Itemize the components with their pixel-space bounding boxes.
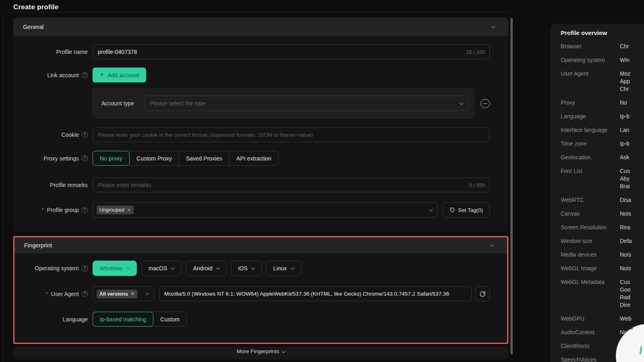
proxy-mode-tabs: No proxyCustom ProxySaved ProxiesAPI ext… [93,151,279,166]
chevron-down-icon [460,101,464,105]
close-icon[interactable]: ✕ [131,292,134,296]
overview-row-value: Nois [620,210,644,218]
page-title: Create profile [13,3,58,11]
profile-name-input[interactable] [93,44,490,59]
fingerprint-section-header[interactable]: Fingerprint [14,237,507,253]
more-fingerprints-bar[interactable]: More Fingerprints [13,347,508,360]
os-button-linux[interactable]: Linux [266,261,301,276]
scrollbar-track[interactable] [510,16,514,358]
overview-row: WebGL MetadataCus Goo Rad Dire [561,278,644,309]
help-icon[interactable]: ? [82,265,88,272]
general-section-header[interactable]: General [13,18,508,36]
overview-row-value: Win [620,56,644,64]
profile-remarks-label: Profile remarks [12,182,88,188]
option-label: Windows [100,265,123,272]
set-tag-button[interactable]: Set Tag(0) [443,202,490,218]
add-account-button[interactable]: + Add account [93,68,146,82]
overview-row: WebGL ImageNois [561,265,644,272]
chevron-down-icon [429,207,433,211]
overview-row-value: Ask [620,154,644,161]
overview-row-value: No [620,99,644,107]
overview-row-value: Chr [620,43,644,50]
os-button-ios[interactable]: iOS [231,261,262,276]
overview-row: WebRTCDisa [561,196,644,204]
proxy-tab-custom-proxy[interactable]: Custom Proxy [129,151,179,165]
chevron-down-icon [281,350,285,354]
profile-remarks-row: Profile remarks 0 / 500 [12,178,496,192]
os-button-windows[interactable]: Windows [93,261,137,276]
ua-versions-chip[interactable]: All versions ✕ [97,290,137,298]
language-mode-tabs: Ip-based matchingCustom [93,312,187,327]
overview-row-value: Ip-b [620,140,644,148]
overview-row-value: Nois [620,251,644,259]
chevron-down-icon[interactable] [490,243,494,247]
option-label: Android [193,265,212,272]
overview-row-value: Nois [620,265,644,272]
overview-row-value: Web [620,315,644,323]
cookie-label: Cookie ? [12,132,88,138]
user-agent-input[interactable] [159,286,472,301]
chevron-down-icon [251,265,255,269]
chat-widget-glyph: c [630,325,633,331]
overview-row-label: WebGPU [561,315,620,323]
overview-row-label: WebGL Image [561,265,620,272]
overview-row: Media devicesNois [561,251,644,259]
close-icon[interactable]: ✕ [127,208,131,212]
overview-row: CanvasNois [561,210,644,218]
overview-row-label: WebRTC [561,196,620,204]
proxy-settings-label: Proxy settings ? [12,155,88,162]
profile-group-tag-chip[interactable]: Ungrouped ✕ [97,206,134,214]
help-icon[interactable]: ? [82,72,88,78]
help-icon[interactable]: ? [82,207,88,213]
profile-name-counter: 15 / 100 [466,49,485,55]
refresh-icon [479,291,486,297]
profile-overview-title: Profile overview [561,29,644,36]
cookie-input[interactable] [93,128,490,142]
link-account-row: Link account ? + Add account [12,68,496,82]
proxy-tab-no-proxy[interactable]: No proxy [93,151,130,166]
refresh-user-agent-button[interactable] [475,286,490,301]
overview-row: User AgentMoz App Chr [561,70,644,93]
proxy-tab-saved-proxies[interactable]: Saved Proxies [179,151,229,165]
overview-row-label: User Agent [561,70,620,93]
language-label: Language [12,316,88,323]
chevron-down-icon [290,265,294,269]
general-section-title: General [23,24,44,30]
overview-row: Time zoneIp-b [561,140,644,148]
remove-account-button[interactable] [481,99,490,108]
overview-row-value: Moz App Chr [620,70,644,93]
ua-versions-select[interactable]: All versions ✕ [93,286,154,301]
overview-row: LanguageIp-b [561,113,644,120]
profile-group-select[interactable]: Ungrouped ✕ [93,202,438,218]
language-tab-custom[interactable]: Custom [153,312,186,326]
overview-row-label: Operating system [561,56,620,64]
overview-row-label: Geolocation [561,154,620,161]
overview-row-label: Canvas [561,210,620,218]
overview-row-value: Cus Goo Rad Dire [620,278,644,309]
required-asterisk: * [41,207,43,213]
chevron-down-icon [126,265,130,269]
plus-icon: + [100,71,104,78]
chevron-down-icon [216,265,220,269]
help-icon[interactable]: ? [82,291,88,297]
language-tab-ip-based-matching[interactable]: Ip-based matching [93,312,153,327]
minus-icon [483,103,487,104]
proxy-tab-api-extraction[interactable]: API extraction [229,151,278,165]
tag-icon [450,207,455,213]
help-icon[interactable]: ? [82,155,88,161]
user-agent-label: * User Agent ? [12,291,88,297]
scrollbar-thumb[interactable] [510,18,513,354]
overview-row-value: Disa [620,196,644,204]
os-button-macos[interactable]: macOS [141,261,182,276]
profile-remarks-input[interactable] [93,178,490,192]
option-label: Linux [273,265,287,272]
overview-row-value: Defa [620,237,644,245]
chevron-down-icon[interactable] [491,24,495,28]
account-type-select[interactable]: Please select the type [144,96,469,111]
overview-row-label: WebGL Metadata [561,278,620,309]
os-button-android[interactable]: Android [186,261,226,276]
fingerprint-section-title: Fingerprint [24,242,52,249]
account-type-label: Account type [101,100,138,107]
proxy-settings-row: Proxy settings ? No proxyCustom ProxySav… [12,151,496,166]
help-icon[interactable]: ? [82,132,88,138]
